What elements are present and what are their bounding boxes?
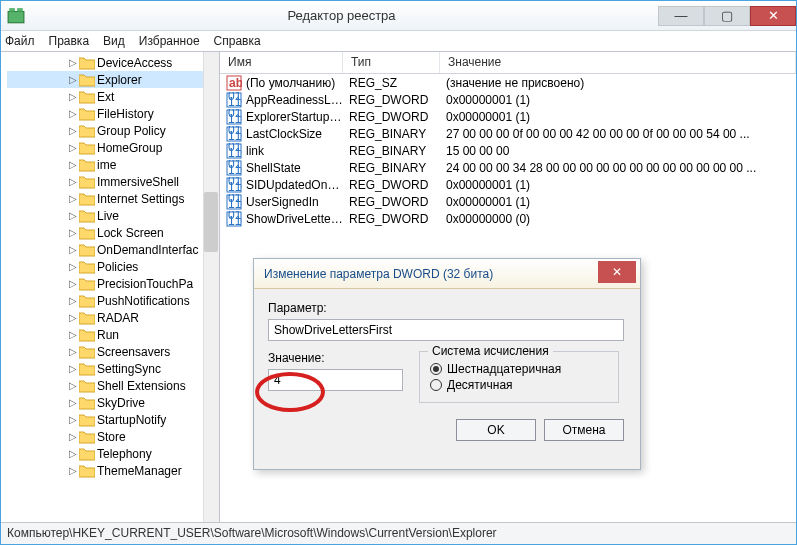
list-row[interactable]: 011110SIDUpdatedOnLi...REG_DWORD0x000000… — [220, 176, 796, 193]
folder-icon — [79, 430, 95, 444]
list-row[interactable]: 011110ShellStateREG_BINARY24 00 00 00 34… — [220, 159, 796, 176]
expand-icon[interactable]: ▷ — [67, 57, 79, 68]
col-value[interactable]: Значение — [440, 52, 796, 73]
expand-icon[interactable]: ▷ — [67, 278, 79, 289]
expand-icon[interactable]: ▷ — [67, 431, 79, 442]
tree-item[interactable]: ▷Telephony — [7, 445, 219, 462]
tree-item[interactable]: ▷Lock Screen — [7, 224, 219, 241]
folder-icon — [79, 345, 95, 359]
tree-item[interactable]: ▷Explorer — [7, 71, 219, 88]
tree-item[interactable]: ▷Live — [7, 207, 219, 224]
expand-icon[interactable]: ▷ — [67, 465, 79, 476]
expand-icon[interactable]: ▷ — [67, 176, 79, 187]
expand-icon[interactable]: ▷ — [67, 329, 79, 340]
numeral-system-group: Система исчисления Шестнадцатеричная Дес… — [419, 351, 619, 403]
maximize-button[interactable]: ▢ — [704, 6, 750, 26]
expand-icon[interactable]: ▷ — [67, 125, 79, 136]
expand-icon[interactable]: ▷ — [67, 414, 79, 425]
tree-item[interactable]: ▷Internet Settings — [7, 190, 219, 207]
tree-item[interactable]: ▷ThemeManager — [7, 462, 219, 479]
ok-button[interactable]: OK — [456, 419, 536, 441]
folder-icon — [79, 277, 95, 291]
dialog-titlebar[interactable]: Изменение параметра DWORD (32 бита) ✕ — [254, 259, 640, 289]
tree-item[interactable]: ▷OnDemandInterfac — [7, 241, 219, 258]
expand-icon[interactable]: ▷ — [67, 108, 79, 119]
tree-item[interactable]: ▷SettingSync — [7, 360, 219, 377]
tree-scrollbar[interactable] — [203, 52, 219, 522]
tree-item-label: Ext — [97, 90, 114, 104]
minimize-button[interactable]: — — [658, 6, 704, 26]
value-name: SIDUpdatedOnLi... — [246, 178, 343, 192]
expand-icon[interactable]: ▷ — [67, 346, 79, 357]
tree-item-label: HomeGroup — [97, 141, 162, 155]
tree-item[interactable]: ▷Screensavers — [7, 343, 219, 360]
expand-icon[interactable]: ▷ — [67, 210, 79, 221]
tree-item[interactable]: ▷DeviceAccess — [7, 54, 219, 71]
tree-item[interactable]: ▷PrecisionTouchPa — [7, 275, 219, 292]
expand-icon[interactable]: ▷ — [67, 91, 79, 102]
expand-icon[interactable]: ▷ — [67, 261, 79, 272]
expand-icon[interactable]: ▷ — [67, 448, 79, 459]
tree-item[interactable]: ▷StartupNotify — [7, 411, 219, 428]
tree-item[interactable]: ▷Shell Extensions — [7, 377, 219, 394]
list-row[interactable]: 011110ShowDriveLetter...REG_DWORD0x00000… — [220, 210, 796, 227]
expand-icon[interactable]: ▷ — [67, 397, 79, 408]
tree-item[interactable]: ▷Policies — [7, 258, 219, 275]
list-row[interactable]: 011110UserSignedInREG_DWORD0x00000001 (1… — [220, 193, 796, 210]
tree-item[interactable]: ▷PushNotifications — [7, 292, 219, 309]
expand-icon[interactable]: ▷ — [67, 193, 79, 204]
tree-item-label: Run — [97, 328, 119, 342]
tree-item[interactable]: ▷HomeGroup — [7, 139, 219, 156]
radio-hex[interactable]: Шестнадцатеричная — [430, 362, 608, 376]
value-input[interactable] — [268, 369, 403, 391]
list-row[interactable]: 011110LastClockSizeREG_BINARY27 00 00 00… — [220, 125, 796, 142]
tree-item-label: Telephony — [97, 447, 152, 461]
tree-item-label: Shell Extensions — [97, 379, 186, 393]
menu-help[interactable]: Справка — [214, 34, 261, 48]
col-name[interactable]: Имя — [220, 52, 343, 73]
tree-item[interactable]: ▷FileHistory — [7, 105, 219, 122]
tree-item[interactable]: ▷ime — [7, 156, 219, 173]
menu-edit[interactable]: Правка — [49, 34, 90, 48]
reg-value-icon: 011110 — [226, 143, 242, 159]
tree-item[interactable]: ▷Ext — [7, 88, 219, 105]
tree-item-label: Live — [97, 209, 119, 223]
radio-dec[interactable]: Десятичная — [430, 378, 608, 392]
folder-icon — [79, 328, 95, 342]
tree-item[interactable]: ▷Group Policy — [7, 122, 219, 139]
expand-icon[interactable]: ▷ — [67, 159, 79, 170]
folder-icon — [79, 379, 95, 393]
expand-icon[interactable]: ▷ — [67, 227, 79, 238]
expand-icon[interactable]: ▷ — [67, 363, 79, 374]
expand-icon[interactable]: ▷ — [67, 244, 79, 255]
tree-item[interactable]: ▷Store — [7, 428, 219, 445]
svg-text:110: 110 — [228, 163, 242, 176]
tree-item[interactable]: ▷ImmersiveShell — [7, 173, 219, 190]
list-row[interactable]: 011110ExplorerStartupT...REG_DWORD0x0000… — [220, 108, 796, 125]
menu-favorites[interactable]: Избранное — [139, 34, 200, 48]
folder-icon — [79, 73, 95, 87]
expand-icon[interactable]: ▷ — [67, 295, 79, 306]
list-row[interactable]: 011110linkREG_BINARY15 00 00 00 — [220, 142, 796, 159]
tree-item[interactable]: ▷RADAR — [7, 309, 219, 326]
svg-text:110: 110 — [228, 146, 242, 159]
list-row[interactable]: ab(По умолчанию)REG_SZ(значение не присв… — [220, 74, 796, 91]
list-row[interactable]: 011110AppReadinessLo...REG_DWORD0x000000… — [220, 91, 796, 108]
expand-icon[interactable]: ▷ — [67, 74, 79, 85]
dialog-close-button[interactable]: ✕ — [598, 261, 636, 283]
tree-item[interactable]: ▷SkyDrive — [7, 394, 219, 411]
titlebar[interactable]: Редактор реестра — ▢ ✕ — [1, 1, 796, 31]
close-button[interactable]: ✕ — [750, 6, 796, 26]
cancel-button[interactable]: Отмена — [544, 419, 624, 441]
svg-rect-1 — [9, 8, 15, 11]
tree-item-label: Lock Screen — [97, 226, 164, 240]
tree-item-label: OnDemandInterfac — [97, 243, 198, 257]
value-type: REG_DWORD — [343, 93, 440, 107]
expand-icon[interactable]: ▷ — [67, 380, 79, 391]
tree-item[interactable]: ▷Run — [7, 326, 219, 343]
col-type[interactable]: Тип — [343, 52, 440, 73]
expand-icon[interactable]: ▷ — [67, 142, 79, 153]
menu-view[interactable]: Вид — [103, 34, 125, 48]
expand-icon[interactable]: ▷ — [67, 312, 79, 323]
menu-file[interactable]: Файл — [5, 34, 35, 48]
